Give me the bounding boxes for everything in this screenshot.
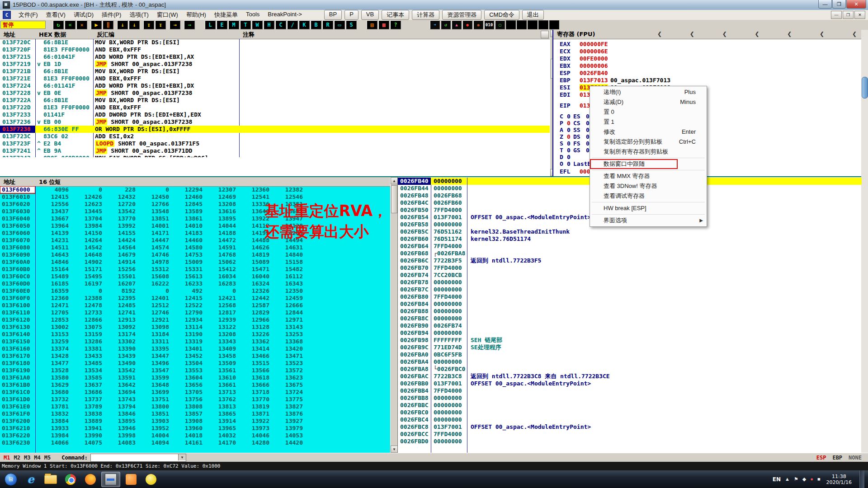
close-button[interactable]: ✕ bbox=[846, 0, 866, 9]
dump-scroll-thumb[interactable] bbox=[391, 185, 397, 213]
appearance-icon[interactable]: ▤ bbox=[367, 20, 377, 29]
run-icon[interactable]: ▶ bbox=[91, 20, 102, 29]
child-close-button[interactable]: ✕ bbox=[854, 11, 865, 19]
minimize-button[interactable]: — bbox=[818, 0, 832, 9]
disasm-row[interactable]: 013F7228vEB 0EJMP SHORT 00_aspac.013F723… bbox=[0, 89, 550, 97]
show-desktop-button[interactable] bbox=[859, 470, 864, 488]
window-button-B[interactable]: B bbox=[311, 20, 321, 29]
context-menu-item-1[interactable]: 递减(D)Minus bbox=[590, 97, 707, 107]
dump-row[interactable]: 013F615013259132861330213311133191334313… bbox=[0, 338, 390, 345]
input-indicator-icon[interactable]: ■ bbox=[817, 476, 821, 482]
step-into-icon[interactable]: ↓ bbox=[117, 20, 128, 29]
dump-row[interactable]: 013F601012415124261243212450124601246912… bbox=[0, 193, 390, 201]
menu-item-1[interactable]: 查看(V) bbox=[42, 10, 70, 20]
execute-till-return-icon[interactable]: → bbox=[170, 20, 180, 29]
context-menu-item-9[interactable]: 查看 3DNow! 寄存器 bbox=[590, 181, 707, 191]
context-menu-item-8[interactable]: 查看 MMX 寄存器 bbox=[590, 171, 707, 181]
dump-row[interactable]: 013F608014511145421456414574145801459114… bbox=[0, 244, 390, 251]
context-menu-item-0[interactable]: 递增(I)Plus bbox=[590, 87, 707, 97]
command-dropdown-icon[interactable]: ▼ bbox=[178, 454, 186, 460]
dump-row[interactable]: 013F609014643146481467914746147531476814… bbox=[0, 251, 390, 258]
pane-nav-icon[interactable]: ❮ bbox=[820, 31, 824, 37]
window-button-W[interactable]: W bbox=[252, 20, 263, 29]
dump-row[interactable]: 013F618013477134851349013496135041350913… bbox=[0, 360, 390, 367]
dump-row[interactable]: 013F60F012360123881239512401124151242112… bbox=[0, 295, 390, 302]
dump-row[interactable]: 013F61C013680136861369413699137051371313… bbox=[0, 389, 390, 396]
plugin-a-icon[interactable]: ▲ bbox=[452, 20, 462, 29]
disasm-row[interactable]: 013F7238 66:830E FFOR WORD PTR DS:[ESI],… bbox=[0, 126, 550, 133]
pane-nav-icon[interactable]: ❮ bbox=[852, 31, 857, 37]
hidden-icons-icon[interactable]: ▲ bbox=[785, 476, 790, 482]
disasm-row[interactable]: 013F7219vEB 1DJMP SHORT 00_aspac.013F723… bbox=[0, 61, 550, 68]
pane-nav-icon[interactable]: ❮ bbox=[722, 31, 727, 37]
disasm-row[interactable]: 013F721E 81E3 FF0F0000AND EBX,0xFFF bbox=[0, 75, 550, 82]
dump-row[interactable]: 013F610012471124781248512512125221256812… bbox=[0, 302, 390, 309]
dump-scroll-down-icon[interactable]: ▼ bbox=[391, 446, 398, 453]
window-button-M[interactable]: M bbox=[228, 20, 239, 29]
cpu-window-icon[interactable]: C bbox=[3, 11, 11, 19]
context-menu-item-6[interactable]: 复制所有寄存器到剪贴板 bbox=[590, 147, 707, 157]
context-menu-item-10[interactable]: 查看调试寄存器 bbox=[590, 191, 707, 201]
taskbar-app-ie[interactable]: e bbox=[22, 472, 40, 487]
volume-icon[interactable]: ● bbox=[810, 476, 813, 482]
disasm-row[interactable]: 013F723F^E2 B4LOOPD SHORT 00_aspac.013F7… bbox=[0, 140, 550, 147]
restart-icon[interactable]: ↻ bbox=[53, 20, 64, 29]
pause-icon[interactable]: ‖ bbox=[103, 20, 113, 29]
options-icon[interactable]: ▦ bbox=[378, 20, 389, 29]
context-menu-item-4[interactable]: 修改Enter bbox=[590, 127, 707, 137]
dump-scrollbar[interactable]: ▲ ▼ bbox=[390, 177, 398, 453]
taskbar-app-app-orange[interactable] bbox=[122, 472, 140, 487]
title-bar[interactable]: 15PBOD - 00.aspack.exe - [BH - 主线程 , 模块 … bbox=[0, 0, 868, 10]
disasm-row[interactable]: 013F7236vEB 00JMP SHORT 00_aspac.013F723… bbox=[0, 118, 550, 126]
dump-row[interactable]: 013F620013884138891389513903139081391413… bbox=[0, 418, 390, 425]
dump-row[interactable]: 013F614013153131591317413184131901320813… bbox=[0, 331, 390, 338]
go-to-icon[interactable]: → bbox=[184, 20, 195, 29]
dump-row[interactable]: 013F61B013629136371364213648136561366113… bbox=[0, 381, 390, 389]
menu-item-7[interactable]: 快捷菜单 bbox=[210, 10, 242, 20]
menu-button-7[interactable]: 退出 bbox=[522, 10, 544, 20]
pane-nav-icon[interactable]: ❮ bbox=[657, 31, 662, 37]
window-button-/[interactable]: / bbox=[287, 20, 298, 29]
dump-row[interactable]: 013F60B015164151711525615312153311541215… bbox=[0, 266, 390, 273]
plugin-jump-icon[interactable]: ➜ bbox=[430, 20, 440, 29]
column-comment[interactable]: 注释 bbox=[243, 31, 255, 39]
window-button-S[interactable]: S bbox=[346, 20, 357, 29]
maximize-button[interactable]: ❐ bbox=[832, 0, 846, 9]
menu-button-0[interactable]: BP bbox=[324, 10, 342, 20]
child-restore-button[interactable]: ❐ bbox=[843, 11, 854, 19]
context-menu-item-12[interactable]: 界面选项▶ bbox=[590, 216, 707, 225]
disasm-row[interactable]: 013F7243 8B85 0C0B0000MOV EAX,DWORD PTR … bbox=[0, 155, 550, 157]
window-button-C[interactable]: C bbox=[275, 20, 286, 29]
memory-tab-M3[interactable]: M3 bbox=[24, 455, 30, 461]
memory-tab-M2[interactable]: M2 bbox=[14, 455, 20, 461]
disassembly-rows[interactable]: 013F720C 66:8B1EMOV BX,WORD PTR DS:[ESI]… bbox=[0, 39, 550, 157]
register-row[interactable]: EDX00FE0000 bbox=[553, 55, 861, 62]
menu-button-5[interactable]: 资源管理器 bbox=[442, 10, 481, 20]
disasm-row[interactable]: 013F7241^EB 9AJMP SHORT 00_aspac.013F71D… bbox=[0, 147, 550, 155]
register-row[interactable]: EBX00000006 bbox=[553, 62, 861, 70]
taskbar-app-explorer[interactable] bbox=[42, 472, 60, 487]
disasm-row[interactable]: 013F720C 66:8B1EMOV BX,WORD PTR DS:[ESI] bbox=[0, 39, 550, 46]
main-scrollbar[interactable] bbox=[861, 30, 868, 453]
menu-item-8[interactable]: Tools bbox=[242, 10, 264, 20]
plugin-record-icon[interactable]: ● bbox=[462, 20, 472, 29]
dump-scroll-up-icon[interactable]: ▲ bbox=[391, 177, 398, 184]
window-button-▭[interactable]: ▭ bbox=[334, 20, 345, 29]
dump-row[interactable]: 013F60C015489154951550115608156131603416… bbox=[0, 273, 390, 280]
animate-into-icon[interactable]: ↧ bbox=[143, 20, 154, 29]
column-address[interactable]: 地址 bbox=[4, 31, 15, 39]
disasm-row[interactable]: 013F723C 83C6 02ADD ESI,0x2 bbox=[0, 133, 550, 140]
command-input[interactable]: ▼ bbox=[90, 454, 186, 462]
plugin-loop-icon[interactable]: ↺ bbox=[441, 20, 451, 29]
help-icon[interactable]: ? bbox=[390, 20, 401, 29]
action-center-icon[interactable]: ⚑ bbox=[794, 476, 798, 482]
close-icon[interactable]: « bbox=[65, 20, 75, 29]
disasm-row[interactable]: 013F7233 01141FADD DWORD PTR DS:[EDI+EBX… bbox=[0, 111, 550, 118]
menu-button-1[interactable]: P bbox=[344, 10, 359, 20]
dump-row[interactable]: 013F61D013732137371374313751137561376213… bbox=[0, 396, 390, 403]
window-button-H[interactable]: H bbox=[264, 20, 274, 29]
taskbar-app-app-yellow[interactable] bbox=[142, 472, 160, 487]
dump-column-address[interactable]: 地址 bbox=[4, 178, 15, 186]
column-hex[interactable]: HEX 数据 bbox=[39, 31, 66, 39]
register-row[interactable]: ESP0026FB40 bbox=[553, 70, 861, 77]
